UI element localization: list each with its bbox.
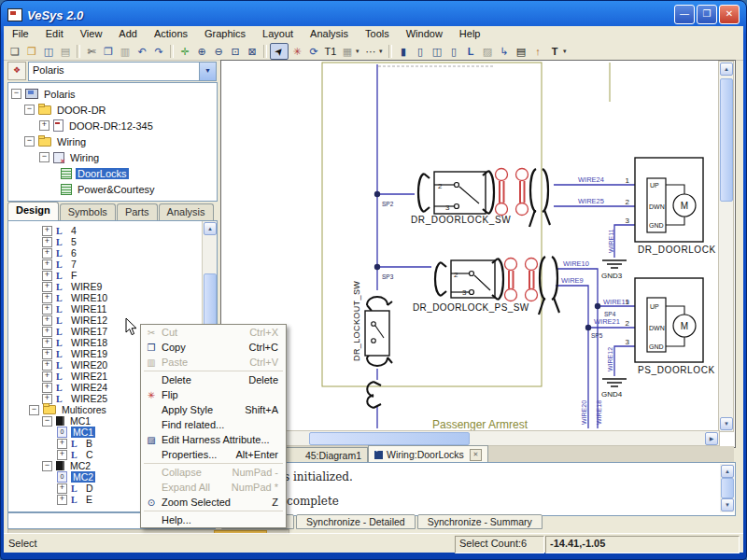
expander-icon[interactable] (24, 136, 35, 147)
tab-parts[interactable]: Parts (117, 203, 158, 220)
splice-half-icon[interactable]: ◫ (429, 44, 445, 59)
menu-edit[interactable]: Edit (37, 26, 72, 42)
expander-icon[interactable] (42, 271, 52, 281)
scroll-up-icon[interactable]: ▲ (721, 465, 734, 478)
tree-item[interactable]: WIRE12 (69, 315, 109, 326)
splice-open-icon[interactable]: ▯ (412, 44, 429, 59)
tree-item[interactable]: WIRE24 (69, 382, 109, 393)
copy-icon[interactable]: ❐ (100, 44, 117, 59)
scroll-up-icon[interactable]: ▲ (720, 63, 733, 76)
minimize-button[interactable]: — (674, 5, 695, 24)
tree-item[interactable]: WIRE9 (69, 281, 104, 292)
expander-icon[interactable] (24, 105, 35, 115)
zoom-extents-icon[interactable]: ⊠ (244, 44, 261, 59)
expander-icon[interactable] (42, 416, 52, 427)
tree-item[interactable]: Wiring (68, 152, 101, 163)
tree-item[interactable]: Wiring (55, 136, 88, 147)
menu-item-copy[interactable]: ❐CopyCtrl+C (141, 340, 286, 355)
scroll-down-icon[interactable]: ▼ (720, 417, 733, 430)
expander-icon[interactable] (57, 483, 67, 494)
zoom-in-icon[interactable]: ⊕ (193, 44, 210, 59)
tab-sync-detailed[interactable]: Synchronize - Detailed (296, 514, 416, 529)
expander-icon[interactable] (42, 371, 52, 382)
tree-item[interactable]: WIRE10 (69, 292, 109, 303)
expander-icon[interactable] (57, 495, 67, 505)
tree-item[interactable]: WIRE19 (69, 348, 109, 359)
dr-lockout-sw-box[interactable] (365, 311, 389, 356)
tree-item[interactable]: MC1 (68, 415, 92, 427)
tree-item[interactable]: C (84, 449, 95, 460)
dropdown-caret-icon[interactable]: ▾ (379, 44, 386, 59)
console-scrollbar-thumb[interactable] (721, 478, 734, 498)
wiring-diagram[interactable]: Passenger Armrest 2 3 DR_DOORLOCK_SW (221, 61, 718, 430)
menu-item-properties[interactable]: Properties...Alt+Enter (141, 447, 286, 462)
expander-icon[interactable] (42, 259, 52, 270)
expander-icon[interactable] (42, 383, 52, 393)
tree-item[interactable]: Power&Courtesy (76, 184, 157, 195)
dropdown-caret-icon[interactable]: ▾ (356, 44, 362, 59)
tree-item[interactable]: 6 (69, 247, 78, 259)
menu-add[interactable]: Add (110, 26, 146, 42)
flip-icon[interactable]: ✳ (289, 44, 305, 59)
menu-item-apply-style[interactable]: Apply StyleShift+A (141, 402, 286, 417)
maximize-button[interactable]: ❐ (697, 5, 717, 24)
tree-item[interactable]: 4 (69, 225, 78, 236)
combo-dropdown-icon[interactable] (199, 63, 216, 80)
tree-item[interactable]: DOOR-DR (55, 105, 108, 116)
menu-item-zoom-selected[interactable]: ⊙Zoom SelectedZ (141, 495, 286, 510)
tab-symbols[interactable]: Symbols (60, 203, 116, 220)
dropdown-caret-icon[interactable]: ▾ (563, 44, 570, 59)
text-tool-icon[interactable]: T (546, 44, 563, 59)
scroll-right-icon[interactable]: ▶ (705, 432, 718, 445)
print-icon[interactable]: ▤ (57, 44, 74, 59)
cutter-tool-icon[interactable]: ✄ (83, 44, 100, 59)
save-icon[interactable]: ◫ (40, 44, 57, 59)
open-file-icon[interactable]: ❒ (23, 44, 40, 59)
expander-icon[interactable] (11, 89, 21, 99)
zoom-out-icon[interactable]: ⊖ (210, 44, 227, 59)
tree-item[interactable]: WIRE11 (69, 303, 108, 315)
pin-tool-icon[interactable]: ↑ (529, 44, 546, 59)
tree-item-selected[interactable]: MC1 (71, 427, 95, 438)
expander-icon[interactable] (57, 439, 67, 449)
tab-analysis[interactable]: Analysis (159, 203, 214, 220)
expander-icon[interactable] (42, 315, 52, 326)
menu-item-edit-harness-attribute[interactable]: ▨Edit Harness Attribute... (141, 432, 286, 447)
expander-icon[interactable] (42, 237, 52, 247)
menu-analysis[interactable]: Analysis (302, 26, 357, 42)
canvas-hscrollbar[interactable]: ▶ (221, 430, 720, 446)
tree-item[interactable]: E (84, 494, 94, 505)
pan-icon[interactable]: ✛ (176, 44, 193, 59)
console-scrollbar[interactable]: ▲ ▼ (720, 464, 734, 512)
sheet-tool-icon[interactable]: ▨ (479, 44, 496, 59)
menu-help[interactable]: Help (451, 26, 489, 42)
tree-item[interactable]: Multicores (60, 404, 108, 415)
menu-item-help[interactable]: Help... (141, 512, 286, 527)
tree-item[interactable]: 7 (69, 259, 78, 270)
expander-icon[interactable] (42, 349, 52, 359)
expander-icon[interactable] (42, 282, 52, 292)
expander-icon[interactable] (42, 394, 52, 404)
tree-item[interactable]: WIRE20 (69, 359, 109, 371)
scroll-up-icon[interactable]: ▲ (204, 222, 217, 235)
menu-view[interactable]: View (72, 26, 111, 42)
tab-sync-summary[interactable]: Synchronize - Summary (417, 514, 543, 529)
paste-icon[interactable]: ▥ (117, 44, 134, 59)
apply-style-icon[interactable]: ▦ (339, 44, 356, 59)
expander-icon[interactable] (29, 405, 39, 415)
expander-icon[interactable] (42, 293, 52, 303)
tree-item-selected[interactable]: DoorLocks (76, 168, 129, 179)
tree-item[interactable]: D (84, 483, 95, 494)
title-bar[interactable]: VeSys 2.0 (6, 5, 741, 25)
expander-icon[interactable] (42, 461, 52, 471)
tree-item[interactable]: B (84, 438, 94, 449)
menu-layout[interactable]: Layout (254, 26, 302, 42)
dr-doorlock-sw-box[interactable] (434, 172, 486, 214)
menu-graphics[interactable]: Graphics (196, 26, 254, 42)
menu-item-flip[interactable]: ✳Flip (141, 387, 286, 402)
menu-actions[interactable]: Actions (146, 26, 196, 42)
canvas-hscrollbar-thumb[interactable] (309, 432, 470, 445)
menu-item-find-related[interactable]: Find related... (141, 417, 286, 432)
expander-icon[interactable] (42, 338, 52, 348)
tree-item[interactable]: WIRE17 (69, 326, 109, 337)
